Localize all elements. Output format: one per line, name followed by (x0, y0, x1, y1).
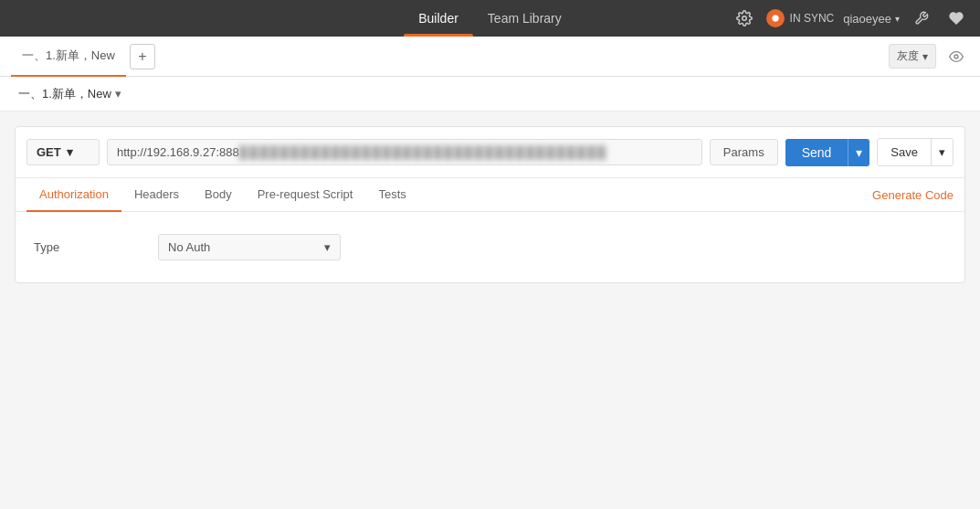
svg-point-1 (772, 16, 778, 22)
wrench-icon[interactable] (909, 5, 934, 31)
tab-body[interactable]: Body (192, 178, 245, 212)
send-dropdown-icon[interactable]: ▾ (848, 139, 869, 166)
method-select[interactable]: GET ▾ (26, 139, 100, 165)
type-label: Type (34, 240, 143, 254)
eye-icon[interactable] (943, 44, 969, 69)
breadcrumb-bar: 一、1.新单，New ▾ (0, 77, 980, 111)
nav-right: IN SYNC qiaoeyee ▾ (576, 5, 969, 31)
request-tabs: Authorization Headers Body Pre-request S… (16, 178, 964, 212)
request-tab-item[interactable]: 一、1.新单，New (11, 37, 126, 77)
chevron-down-icon: ▾ (895, 14, 900, 24)
gray-select[interactable]: 灰度 ▾ (889, 44, 936, 69)
auth-type-row: Type No Auth ▾ (34, 234, 946, 260)
tab-tests[interactable]: Tests (365, 178, 418, 212)
svg-point-0 (742, 16, 746, 21)
url-bar: GET ▾ http://192.168.9.27:888███████████… (16, 127, 964, 178)
sync-dot (766, 9, 785, 27)
send-label: Send (785, 139, 848, 166)
settings-icon[interactable] (732, 5, 757, 31)
svg-point-2 (954, 55, 958, 58)
tab-team-library[interactable]: Team Library (473, 0, 576, 37)
save-dropdown-icon[interactable]: ▾ (931, 139, 953, 165)
chevron-down-icon: ▾ (67, 145, 73, 159)
url-input[interactable]: http://192.168.9.27:888█████████████████… (107, 139, 702, 165)
nav-center: Builder Team Library (404, 0, 576, 37)
request-panel: GET ▾ http://192.168.9.27:888███████████… (15, 126, 965, 283)
main-content: GET ▾ http://192.168.9.27:888███████████… (0, 111, 980, 509)
generate-code-link[interactable]: Generate Code (872, 188, 954, 202)
chevron-down-icon[interactable]: ▾ (115, 87, 121, 101)
tab-bar-right: 灰度 ▾ (889, 44, 969, 69)
params-button[interactable]: Params (710, 139, 778, 165)
auth-panel: Type No Auth ▾ (16, 212, 964, 282)
tab-pre-request-script[interactable]: Pre-request Script (245, 178, 366, 212)
breadcrumb: 一、1.新单，New ▾ (18, 86, 121, 102)
chevron-down-icon: ▾ (324, 240, 331, 254)
user-menu[interactable]: qiaoeyee ▾ (843, 12, 900, 26)
tab-headers[interactable]: Headers (121, 178, 192, 212)
tab-authorization[interactable]: Authorization (26, 178, 121, 212)
send-button[interactable]: Send ▾ (785, 139, 870, 166)
chevron-down-icon: ▾ (922, 50, 928, 63)
add-tab-button[interactable]: + (130, 44, 155, 69)
auth-type-select[interactable]: No Auth ▾ (158, 234, 341, 260)
save-label: Save (878, 139, 931, 165)
tab-bar: 一、1.新单，New + 灰度 ▾ (0, 37, 980, 77)
save-button[interactable]: Save ▾ (877, 138, 954, 166)
top-nav: Builder Team Library IN SYNC qiaoeyee ▾ (0, 0, 980, 37)
heart-icon[interactable] (943, 5, 969, 31)
sync-status: IN SYNC (766, 9, 835, 27)
tab-builder[interactable]: Builder (404, 0, 473, 37)
